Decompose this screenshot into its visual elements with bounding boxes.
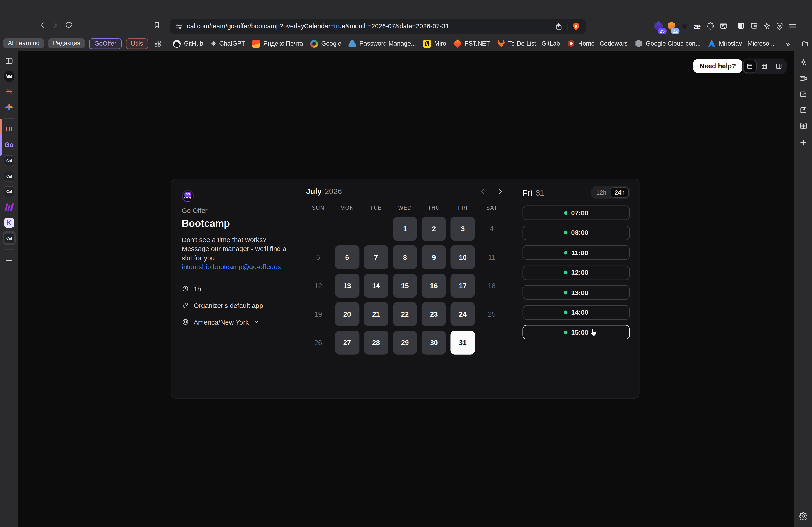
tab-groups-icon[interactable] bbox=[154, 40, 161, 47]
journal-icon[interactable] bbox=[797, 104, 809, 116]
crown-icon[interactable] bbox=[3, 70, 15, 82]
forward-icon[interactable] bbox=[51, 21, 60, 30]
cal-favicon[interactable]: Cal bbox=[3, 170, 15, 182]
bookmarks-overflow-icon[interactable]: » bbox=[786, 39, 790, 48]
time-slot-08:00[interactable]: 08:00 bbox=[523, 225, 630, 240]
bookmark-item[interactable]: Password Manage... bbox=[348, 40, 416, 47]
calendar-day-6[interactable]: 6 bbox=[335, 245, 359, 269]
wallet-icon[interactable] bbox=[797, 88, 809, 100]
bookmark-item[interactable]: GitHub bbox=[173, 40, 203, 47]
calendar-day-16[interactable]: 16 bbox=[422, 274, 446, 298]
calendar-day-29[interactable]: 29 bbox=[393, 331, 417, 355]
puzzle-icon[interactable] bbox=[706, 20, 714, 32]
timezone-row[interactable]: America/New York bbox=[182, 318, 287, 326]
format-12h-button[interactable]: 12h bbox=[592, 187, 611, 198]
time-slot-13:00[interactable]: 13:00 bbox=[523, 285, 630, 300]
sidebar-panel-icon[interactable] bbox=[737, 20, 745, 32]
add-icon[interactable] bbox=[797, 136, 809, 149]
calendar-day-2[interactable]: 2 bbox=[422, 217, 446, 241]
calendar-day-15[interactable]: 15 bbox=[393, 274, 417, 298]
calendar-day-3[interactable]: 3 bbox=[451, 217, 475, 241]
format-24h-button[interactable]: 24h bbox=[610, 187, 629, 198]
gemini-icon[interactable] bbox=[3, 101, 15, 114]
leo-ai-icon[interactable] bbox=[763, 20, 771, 32]
back-icon[interactable] bbox=[38, 21, 47, 30]
calendar-day-13[interactable]: 13 bbox=[335, 274, 359, 298]
bookmark-item[interactable]: Яндекс Почта bbox=[252, 40, 303, 47]
need-help-button[interactable]: Need help? bbox=[693, 59, 743, 73]
contact-email-link[interactable]: internship.bootcamp@go-offer.us bbox=[182, 263, 281, 271]
time-slot-11:00[interactable]: 11:00 bbox=[523, 245, 630, 260]
bookmark-item[interactable]: Google Cloud con... bbox=[635, 40, 701, 47]
calendar-view-icon[interactable] bbox=[743, 60, 757, 73]
bookmark-item[interactable]: Home | Codewars bbox=[567, 40, 628, 47]
calendar-day-27[interactable]: 27 bbox=[335, 331, 359, 355]
brave-shield-icon[interactable] bbox=[572, 21, 581, 31]
calendar-day-8[interactable]: 8 bbox=[393, 245, 417, 269]
address-bar[interactable]: cal.com/team/go-offer/bootcamp?overlayCa… bbox=[170, 19, 586, 34]
calendar-day-30[interactable]: 30 bbox=[422, 331, 446, 355]
wallet-icon[interactable] bbox=[749, 20, 758, 32]
window-search-icon[interactable] bbox=[719, 20, 728, 32]
settings-gear-icon[interactable] bbox=[798, 511, 808, 523]
cal-favicon[interactable]: Cal bbox=[3, 154, 15, 167]
bookmark-item[interactable]: To-Do List · GitLab bbox=[497, 40, 560, 47]
prev-month-button[interactable] bbox=[479, 187, 486, 195]
columns-view-icon[interactable] bbox=[772, 60, 786, 73]
leo-ai-icon[interactable] bbox=[797, 56, 809, 68]
next-month-button[interactable] bbox=[497, 187, 504, 195]
calendar-day-1[interactable]: 1 bbox=[393, 217, 417, 241]
extension-dark-icon[interactable] bbox=[680, 20, 689, 32]
bookmark-item[interactable]: Miro bbox=[423, 40, 446, 47]
calendar-day-7[interactable]: 7 bbox=[364, 245, 388, 269]
extension-ae-icon[interactable]: æ bbox=[693, 20, 702, 32]
calendar-day-28[interactable]: 28 bbox=[364, 331, 388, 355]
bookmark-icon[interactable] bbox=[153, 21, 161, 29]
calendar-day-21[interactable]: 21 bbox=[364, 302, 388, 326]
tab-group-ut[interactable]: Ut bbox=[0, 123, 18, 135]
bookmark-item[interactable]: Google bbox=[310, 40, 341, 47]
calendar-day-31[interactable]: 31 bbox=[451, 331, 475, 355]
reading-list-icon[interactable] bbox=[797, 120, 809, 133]
grid-view-icon[interactable] bbox=[758, 60, 771, 73]
tab-group-chip[interactable]: AI Learning bbox=[3, 38, 44, 48]
time-slots-panel: Fri 31 12h 24h 07:0008:0011:0012:0013:00… bbox=[513, 179, 639, 398]
video-call-icon[interactable] bbox=[797, 72, 809, 84]
calendar-day-23[interactable]: 23 bbox=[422, 302, 446, 326]
miro-tab-icon[interactable] bbox=[3, 201, 15, 213]
site-settings-icon[interactable] bbox=[175, 22, 183, 30]
calendar-day-10[interactable]: 10 bbox=[451, 245, 475, 269]
menu-icon[interactable] bbox=[788, 20, 797, 32]
tab-group-chip[interactable]: Редакция bbox=[48, 38, 85, 48]
calendar-day-20[interactable]: 20 bbox=[335, 302, 359, 326]
time-slot-label: 14:00 bbox=[571, 308, 588, 316]
time-slot-07:00[interactable]: 07:00 bbox=[523, 205, 630, 220]
share-icon[interactable] bbox=[555, 22, 563, 31]
calendar-day-17[interactable]: 17 bbox=[451, 274, 475, 298]
tab-group-chip[interactable]: GoOffer bbox=[89, 38, 121, 49]
extension-gem-icon[interactable]: 25 bbox=[654, 20, 663, 32]
calendar-day-9[interactable]: 9 bbox=[422, 245, 446, 269]
extension-shield-icon[interactable]: 22 bbox=[667, 20, 676, 32]
bookmark-item[interactable]: PST.NET bbox=[453, 40, 490, 47]
tab-group-go[interactable]: Go bbox=[0, 139, 18, 151]
reload-icon[interactable] bbox=[64, 21, 73, 30]
claude-icon[interactable]: ✳ bbox=[3, 86, 15, 98]
new-tab-icon[interactable] bbox=[3, 254, 15, 267]
all-bookmarks-button[interactable]: Все закладки bbox=[801, 40, 812, 47]
tab-group-chip[interactable]: Utils bbox=[126, 38, 148, 49]
bookmark-item[interactable]: Miroslav - Microso... bbox=[708, 40, 774, 47]
time-slot-15:00[interactable]: 15:00 bbox=[523, 325, 630, 340]
calendar-day-14[interactable]: 14 bbox=[364, 274, 388, 298]
cal-favicon[interactable]: Cal bbox=[3, 232, 15, 244]
vpn-shield-icon[interactable] bbox=[775, 20, 784, 32]
calendar-day-22[interactable]: 22 bbox=[393, 302, 417, 326]
kinescope-icon[interactable]: K bbox=[3, 216, 15, 229]
calendar-day-24[interactable]: 24 bbox=[451, 302, 475, 326]
time-slot-12:00[interactable]: 12:00 bbox=[523, 265, 630, 280]
time-slot-14:00[interactable]: 14:00 bbox=[523, 305, 630, 319]
calendar-day-empty bbox=[480, 331, 504, 355]
panel-toggle-icon[interactable] bbox=[3, 54, 15, 67]
cal-favicon[interactable]: Cal bbox=[3, 185, 15, 198]
bookmark-item[interactable]: ✳ChatGPT bbox=[211, 40, 245, 47]
